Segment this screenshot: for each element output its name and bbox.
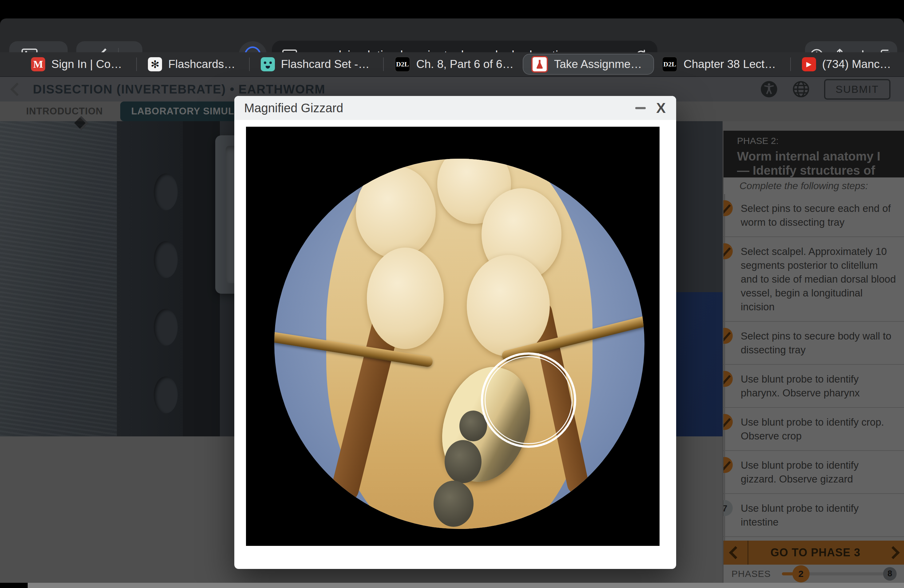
modal-title: Magnified Gizzard (244, 101, 343, 115)
browser-tab-strip: M Sign In | Connect | Mc... ✻ Flashcards… (0, 52, 904, 77)
seminal-vesicle (367, 248, 444, 349)
tab-flashcards-from-slides[interactable]: ✻ Flashcards from Slides (140, 54, 246, 74)
tab-divider (790, 57, 791, 71)
tab-d2l-ch8[interactable]: D2L Ch. 8, Part 6 of 6, Fall '... (387, 54, 523, 74)
magnifier-ring (481, 352, 576, 448)
youtube-favicon: ▶ (802, 57, 816, 71)
close-icon[interactable]: X (656, 101, 666, 115)
tab-flashcard-set-edit[interactable]: Flashcard Set - Edit | K... (253, 54, 380, 74)
browser-toolbar: M vlsimulation.learningtools.prod.mheduc… (0, 19, 904, 52)
magnified-gizzard-modal: Magnified Gizzard X (234, 96, 676, 569)
intestine-contents (433, 481, 474, 527)
seminal-vesicle (356, 166, 436, 258)
tab-divider (249, 57, 250, 71)
intestine-contents (459, 411, 487, 441)
tab-d2l-chapter38[interactable]: D2L Chapter 38 Lecture Sli... (654, 54, 787, 74)
tab-divider (136, 57, 137, 71)
tab-youtube[interactable]: ▶ (734) Manchester City... (794, 54, 904, 74)
virtual-labs-favicon (531, 56, 548, 73)
window-bottom-edge (28, 583, 904, 588)
openai-favicon: ✻ (148, 57, 162, 71)
knowt-favicon (261, 57, 275, 71)
modal-titlebar[interactable]: Magnified Gizzard X (234, 96, 676, 120)
d2l-favicon: D2L (662, 57, 677, 72)
intestine-contents (445, 440, 482, 483)
microscope-view (274, 159, 645, 529)
mcgraw-hill-favicon: M (31, 57, 45, 71)
minimize-icon[interactable] (635, 107, 646, 109)
tab-connect-signin[interactable]: M Sign In | Connect | Mc... (23, 54, 133, 74)
tab-take-assignment-active[interactable]: Take Assignment | Virt... (523, 54, 654, 75)
magnified-photo (246, 127, 659, 546)
tab-divider (383, 57, 384, 71)
d2l-favicon: D2L (395, 57, 410, 72)
seminal-vesicle (467, 255, 550, 356)
